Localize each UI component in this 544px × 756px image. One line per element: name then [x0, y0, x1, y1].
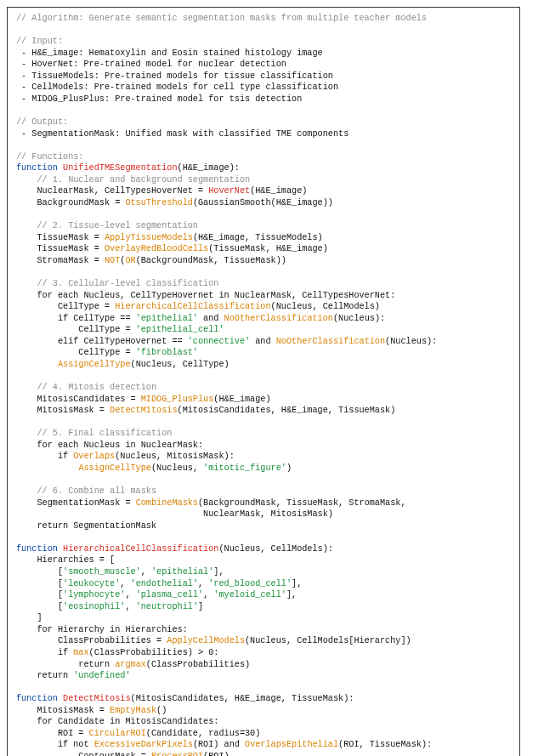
code: ,	[203, 590, 213, 600]
code: StromaMask =	[16, 256, 105, 265]
code: CellType =	[16, 325, 136, 334]
call: NOT	[105, 256, 120, 265]
code: TissueMask =	[16, 244, 105, 253]
string: 'mitotic_figure'	[203, 463, 286, 473]
comment: // Algorithm: Generate semantic segmenta…	[16, 14, 427, 23]
comment: // 4. Mitosis detection	[16, 383, 156, 392]
call: argmax	[115, 660, 146, 669]
code: and	[250, 337, 276, 346]
string: 'undefined'	[73, 671, 130, 680]
code: (Nucleus):	[333, 314, 385, 323]
code: (MitosisCandidates, H&E_image, TissueMas…	[131, 694, 354, 703]
code: (BackgroundMask, TissueMask))	[136, 256, 286, 265]
call: OverlayRedBloodCells	[105, 244, 208, 253]
string: 'epithelial'	[151, 567, 213, 577]
call: NoOtherClassification	[276, 337, 385, 346]
code: ]	[198, 602, 203, 611]
call: DetectMitosis	[110, 406, 177, 415]
call: NoOtherClassification	[224, 314, 333, 323]
code: MitosisMask =	[16, 406, 110, 415]
code: (ClassProbabilities)	[146, 660, 250, 669]
comment: // Output:	[16, 117, 68, 127]
call: AssignCellType	[58, 360, 131, 369]
code: ContourMask =	[16, 752, 151, 756]
call: ProcessROI	[151, 752, 203, 756]
string: 'red_blood_cell'	[208, 579, 292, 588]
code: (Candidate, radius=30)	[146, 729, 261, 738]
code: if CellType ==	[16, 314, 136, 323]
function-name: UnifiedTMESegmentation	[63, 163, 178, 173]
call: ApplyCellModels	[167, 636, 245, 645]
code: Hierarchies = [	[16, 555, 115, 565]
string: 'fibroblast'	[136, 348, 198, 357]
call: ExcessiveDarkPixels	[94, 740, 193, 749]
code: (H&E_image)	[213, 395, 270, 404]
string: 'endothelial'	[131, 579, 198, 588]
code: (MitosisCandidates, H&E_image, TissueMas…	[178, 406, 396, 415]
code: MitosisMask =	[16, 706, 110, 715]
call: EmptyMask	[110, 706, 156, 715]
call: Overlaps	[73, 452, 115, 461]
code: ,	[125, 602, 135, 611]
code: for Hierarchy in Hierarchies:	[16, 625, 188, 634]
call: HoverNet	[208, 186, 250, 196]
code: (Nucleus,	[151, 463, 203, 473]
string: 'neutrophil'	[136, 602, 198, 611]
code: (H&E_image, TissueModels)	[193, 233, 323, 242]
code: (BackgroundMask, TissueMask, StromaMask,	[198, 498, 406, 508]
code: for each Nucleus, CellTypeHovernet in Nu…	[16, 291, 395, 300]
function-name: DetectMitosis	[63, 694, 130, 703]
function-name: HierarchicalCellClassification	[63, 544, 218, 554]
code: (Nucleus, CellModels[Hierarchy])	[245, 636, 411, 645]
code: (ROI) and	[193, 740, 245, 749]
code: (Nucleus, CellModels)	[271, 302, 380, 311]
code: SegmentationMask =	[16, 498, 136, 508]
code: [	[16, 579, 63, 588]
code: ],	[213, 567, 224, 577]
comment: // 6. Combine all masks	[16, 486, 156, 496]
call: OR	[125, 256, 135, 265]
code: ,	[198, 579, 208, 588]
call: OtsuThreshold	[125, 198, 192, 207]
pseudocode: // Algorithm: Generate semantic segmenta…	[16, 13, 511, 756]
code: NuclearMask, MitosisMask)	[16, 509, 333, 519]
comment: // 3. Cellular-level classification	[16, 279, 218, 288]
pseudocode-box: // Algorithm: Generate semantic segmenta…	[7, 7, 520, 756]
string: 'lymphocyte'	[63, 590, 125, 600]
keyword: function	[16, 694, 63, 703]
call: CircularROI	[89, 729, 146, 738]
call: MIDOG_PlusPlus	[141, 395, 214, 404]
code: (ROI)	[203, 752, 230, 756]
code: for each Nucleus in NuclearMask:	[16, 441, 203, 450]
code: (Nucleus, MitosisMask):	[115, 452, 235, 461]
code: (Nucleus, CellType)	[131, 360, 230, 369]
code: (Nucleus, CellModels):	[218, 544, 333, 554]
code: [	[16, 567, 63, 577]
code: ],	[292, 579, 302, 588]
code: (ROI, TissueMask):	[338, 740, 432, 749]
code: for Candidate in MitosisCandidates:	[16, 717, 218, 726]
call: OverlapsEpithelial	[245, 740, 338, 749]
code-line: - SegmentationMask: Unified mask with cl…	[16, 129, 348, 139]
string: 'eosinophil'	[63, 602, 125, 611]
call: AssignCellType	[78, 463, 151, 473]
call: HierarchicalCellClassification	[115, 302, 270, 311]
code: CellType =	[16, 348, 136, 357]
code: ,	[120, 579, 130, 588]
string: 'smooth_muscle'	[63, 567, 141, 577]
code: CellType =	[16, 302, 115, 311]
code: (GaussianSmooth(H&E_image))	[193, 198, 333, 207]
code: ()	[156, 706, 167, 715]
comment: // Input:	[16, 37, 63, 46]
code: MitosisCandidates =	[16, 395, 141, 404]
comment: // 5. Final classification	[16, 429, 172, 438]
call: CombineMasks	[136, 498, 198, 508]
string: 'epithelial_cell'	[136, 325, 224, 334]
string: 'myeloid_cell'	[213, 590, 286, 600]
string: 'connective'	[188, 337, 250, 346]
code: (Nucleus):	[385, 337, 437, 346]
call: ApplyTissueModels	[105, 233, 193, 242]
code: TissueMask =	[16, 233, 105, 242]
code-line: - CellModels: Pre-trained models for cel…	[16, 82, 338, 92]
code: (TissueMask, H&E_image)	[208, 244, 328, 253]
